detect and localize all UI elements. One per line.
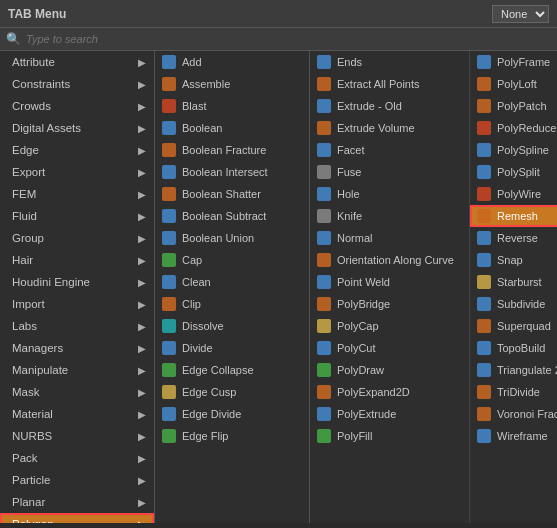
menu-item-label: Orientation Along Curve [337,254,454,266]
triangulate-icon [476,362,492,378]
menu-item-starburst[interactable]: Starburst [470,271,557,293]
menu-item-boolean-union[interactable]: Boolean Union [155,227,309,249]
sidebar-item-fem[interactable]: FEM▶ [0,183,154,205]
menu-item-edge-divide[interactable]: Edge Divide [155,403,309,425]
menu-item-label: TriDivide [497,386,540,398]
menu-item-boolean[interactable]: Boolean [155,117,309,139]
menu-item-tridivide[interactable]: TriDivide [470,381,557,403]
menu-item-polyreduce[interactable]: PolyReduce [470,117,557,139]
sidebar-item-houdini-engine[interactable]: Houdini Engine▶ [0,271,154,293]
sidebar-item-label: Fluid [12,210,37,222]
menu-item-label: Dissolve [182,320,224,332]
menu-item-polywire[interactable]: PolyWire [470,183,557,205]
remesh-icon [476,208,492,224]
sidebar-item-labs[interactable]: Labs▶ [0,315,154,337]
menu-item-polyspline[interactable]: PolySpline [470,139,557,161]
menu-item-cap[interactable]: Cap [155,249,309,271]
menu-item-edge-cusp[interactable]: Edge Cusp [155,381,309,403]
sidebar-item-planar[interactable]: Planar▶ [0,491,154,513]
menu-item-label: Edge Divide [182,408,241,420]
menu-item-clean[interactable]: Clean [155,271,309,293]
menu-item-label: Clip [182,298,201,310]
none-select[interactable]: None [492,5,549,23]
menu-item-facet[interactable]: Facet [310,139,469,161]
menu-item-polycap[interactable]: PolyCap [310,315,469,337]
menu-item-remesh[interactable]: Remesh [470,205,557,227]
sidebar-item-nurbs[interactable]: NURBS▶ [0,425,154,447]
menu-item-label: PolyReduce [497,122,556,134]
menu-item-blast[interactable]: Blast [155,95,309,117]
sidebar-item-constraints[interactable]: Constraints▶ [0,73,154,95]
menu-item-wireframe[interactable]: Wireframe [470,425,557,447]
sidebar-item-group[interactable]: Group▶ [0,227,154,249]
menu-item-label: Add [182,56,202,68]
menu-item-add[interactable]: Add [155,51,309,73]
menu-item-boolean-shatter[interactable]: Boolean Shatter [155,183,309,205]
voronoi-icon [476,406,492,422]
menu-item-extract-all-points[interactable]: Extract All Points [310,73,469,95]
menu-item-topobuild[interactable]: TopoBuild [470,337,557,359]
menu-item-hole[interactable]: Hole [310,183,469,205]
sidebar-item-hair[interactable]: Hair▶ [0,249,154,271]
sidebar-item-digital-assets[interactable]: Digital Assets▶ [0,117,154,139]
menu-item-polypatch[interactable]: PolyPatch [470,95,557,117]
sidebar-item-manipulate[interactable]: Manipulate▶ [0,359,154,381]
menu-item-reverse[interactable]: Reverse [470,227,557,249]
sidebar-item-polygon[interactable]: Polygon▶ [0,513,154,523]
menu-item-polyframe[interactable]: PolyFrame [470,51,557,73]
menu-item-boolean-fracture[interactable]: Boolean Fracture [155,139,309,161]
extrude-icon [316,98,332,114]
sidebar-item-export[interactable]: Export▶ [0,161,154,183]
menu-item-triangulate-2[interactable]: Triangulate 2 [470,359,557,381]
menu-item-divide[interactable]: Divide [155,337,309,359]
broom-icon [161,274,177,290]
menu-item-polyextrude[interactable]: PolyExtrude [310,403,469,425]
menu-item-dissolve[interactable]: Dissolve [155,315,309,337]
sidebar-item-fluid[interactable]: Fluid▶ [0,205,154,227]
menu-item-polysplit[interactable]: PolySplit [470,161,557,183]
menu-item-extrude-volume[interactable]: Extrude Volume [310,117,469,139]
menu-item-superquad[interactable]: Superquad [470,315,557,337]
sidebar-item-mask[interactable]: Mask▶ [0,381,154,403]
menu-item-boolean-intersect[interactable]: Boolean Intersect [155,161,309,183]
search-input[interactable] [26,33,146,45]
sidebar-item-pack[interactable]: Pack▶ [0,447,154,469]
menu-item-point-weld[interactable]: Point Weld [310,271,469,293]
sidebar-item-edge[interactable]: Edge▶ [0,139,154,161]
menu-item-polyexpand2d[interactable]: PolyExpand2D [310,381,469,403]
extract-icon [316,76,332,92]
sidebar-item-attribute[interactable]: Attribute▶ [0,51,154,73]
menu-item-label: PolyCut [337,342,376,354]
intersect-icon [161,164,177,180]
polyexpand-icon [316,384,332,400]
menu-item-fuse[interactable]: Fuse [310,161,469,183]
menu-item-orientation-along-curve[interactable]: Orientation Along Curve [310,249,469,271]
menu-item-polyloft[interactable]: PolyLoft [470,73,557,95]
menu-item-edge-collapse[interactable]: Edge Collapse [155,359,309,381]
sidebar-item-label: Houdini Engine [12,276,90,288]
edge-divide-icon [161,406,177,422]
menu-item-extrude---old[interactable]: Extrude - Old [310,95,469,117]
menu-item-ends[interactable]: Ends [310,51,469,73]
sidebar-item-material[interactable]: Material▶ [0,403,154,425]
menu-item-polybridge[interactable]: PolyBridge [310,293,469,315]
menu-item-snap[interactable]: Snap [470,249,557,271]
menu-item-boolean-subtract[interactable]: Boolean Subtract [155,205,309,227]
union-icon [161,230,177,246]
menu-item-assemble[interactable]: Assemble [155,73,309,95]
menu-item-polydraw[interactable]: PolyDraw [310,359,469,381]
menu-item-voronoi-fracture[interactable]: Voronoi Fracture [470,403,557,425]
menu-item-edge-flip[interactable]: Edge Flip [155,425,309,447]
sidebar-item-particle[interactable]: Particle▶ [0,469,154,491]
menu-item-normal[interactable]: Normal [310,227,469,249]
sidebar-arrow-icon: ▶ [138,189,146,200]
menu-item-polycut[interactable]: PolyCut [310,337,469,359]
sidebar-item-crowds[interactable]: Crowds▶ [0,95,154,117]
sidebar-item-import[interactable]: Import▶ [0,293,154,315]
menu-item-subdivide[interactable]: Subdivide [470,293,557,315]
menu-item-polyfill[interactable]: PolyFill [310,425,469,447]
menu-item-label: Boolean Fracture [182,144,266,156]
menu-item-clip[interactable]: Clip [155,293,309,315]
menu-item-knife[interactable]: Knife [310,205,469,227]
sidebar-item-managers[interactable]: Managers▶ [0,337,154,359]
